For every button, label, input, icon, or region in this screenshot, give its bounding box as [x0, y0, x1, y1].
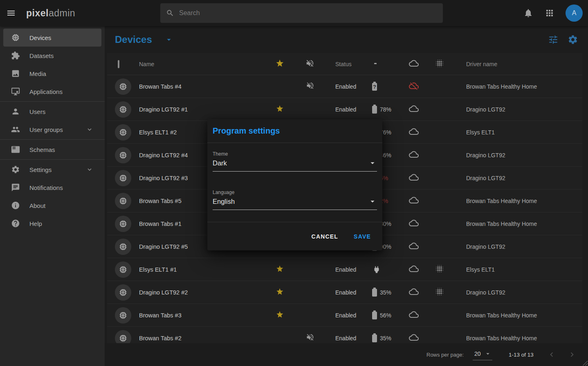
- chip-icon: [119, 128, 128, 137]
- favorite-column-star-icon: [275, 59, 284, 68]
- sidebar-item-label: Applications: [29, 88, 63, 95]
- info-icon: [11, 201, 20, 210]
- sidebar: DevicesDatasetsMediaApplicationsUsersUse…: [0, 26, 105, 366]
- chip-icon: [119, 265, 128, 274]
- sidebar-item-help[interactable]: Help: [3, 214, 101, 232]
- cloud-column-icon: [409, 58, 419, 68]
- favorite-star-icon[interactable]: [276, 288, 284, 296]
- chip-icon: [119, 242, 128, 251]
- chip-icon: [119, 219, 128, 228]
- rows-per-page-select[interactable]: 20: [473, 349, 492, 360]
- language-dropdown-icon: [368, 197, 377, 206]
- cloud-icon: [409, 150, 419, 159]
- filter-tune-icon[interactable]: [548, 34, 559, 45]
- page-title: Devices: [115, 34, 152, 45]
- driver-name: Browan Tabs Healthy Home: [453, 335, 582, 341]
- table-row[interactable]: Browan Tabs #3Enabled56%Browan Tabs Heal…: [107, 304, 582, 327]
- sidebar-item-schemas[interactable]: Schemas: [3, 141, 101, 158]
- device-avatar: [115, 307, 131, 324]
- people-icon: [11, 125, 20, 134]
- chip-icon: [119, 174, 128, 183]
- cloud-icon: [409, 172, 419, 182]
- driver-name: Browan Tabs Healthy Home: [453, 221, 582, 227]
- logo-bold: pixel: [26, 8, 49, 18]
- favorite-star-icon[interactable]: [276, 265, 284, 273]
- theme-label: Theme: [213, 151, 377, 157]
- sidebar-item-label: Users: [29, 108, 45, 115]
- chip-icon: [119, 82, 128, 91]
- sidebar-item-user-groups[interactable]: User groups: [3, 121, 101, 138]
- cloud-icon: [409, 264, 419, 274]
- device-name: Browan Tabs #4: [139, 83, 266, 90]
- cloud-icon: [409, 310, 419, 319]
- sidebar-item-applications[interactable]: Applications: [3, 83, 101, 100]
- sidebar-item-label: Help: [29, 220, 42, 227]
- cloud-icon: [409, 195, 419, 205]
- cloud-off-icon: [409, 81, 419, 91]
- sidebar-item-devices[interactable]: Devices: [3, 29, 101, 47]
- table-row[interactable]: Browan Tabs #2Enabled35%Browan Tabs Heal…: [107, 327, 582, 343]
- device-avatar: [115, 261, 131, 278]
- sidebar-item-datasets[interactable]: Datasets: [3, 47, 101, 65]
- topbar: pixeladmin A: [0, 0, 588, 26]
- battery-icon: [372, 289, 377, 297]
- cloud-icon: [409, 241, 419, 251]
- notifications-bell-icon[interactable]: [523, 8, 533, 18]
- chip-icon: [119, 311, 128, 320]
- device-name: Elsys ELT1 #1: [139, 266, 266, 273]
- favorite-star-icon[interactable]: [276, 105, 284, 113]
- memory-icon: [11, 33, 20, 42]
- sidebar-item-notifications[interactable]: Notifications: [3, 179, 101, 196]
- cloud-icon: [409, 287, 419, 297]
- user-avatar[interactable]: A: [566, 4, 583, 22]
- menu-icon[interactable]: [6, 8, 16, 18]
- sidebar-divider: [0, 159, 105, 160]
- apps-grid-icon[interactable]: [545, 8, 554, 18]
- cloud-icon: [409, 104, 419, 114]
- person-icon: [11, 107, 20, 116]
- device-name: Dragino LGT92 #2: [139, 289, 266, 296]
- sidebar-item-label: Settings: [29, 166, 52, 173]
- favorite-star-icon[interactable]: [276, 310, 284, 319]
- battery-percent: 78%: [380, 106, 391, 113]
- driver-name: Dragino LGT92: [453, 289, 582, 296]
- table-row[interactable]: Dragino LGT92 #1Enabled78%Dragino LGT92: [107, 98, 582, 121]
- battery-unknown-icon: [372, 83, 377, 91]
- status-text: Enabled: [326, 83, 362, 90]
- page-range-label: 1-13 of 13: [509, 352, 534, 358]
- search-bar[interactable]: [160, 3, 443, 23]
- driver-name: Dragino LGT92: [453, 175, 582, 181]
- page-title-dropdown-icon[interactable]: [164, 35, 173, 44]
- page-header: Devices: [105, 26, 588, 53]
- search-input[interactable]: [179, 9, 437, 17]
- previous-page-chevron-icon[interactable]: [547, 350, 556, 359]
- next-page-chevron-icon[interactable]: [568, 350, 577, 359]
- device-avatar: [115, 330, 131, 344]
- battery-icon: [372, 312, 377, 319]
- muted-volume-off-icon: [306, 333, 314, 341]
- theme-select[interactable]: Dark: [213, 158, 377, 172]
- device-name: Browan Tabs #3: [139, 312, 266, 319]
- help-icon: [11, 219, 20, 228]
- language-value: English: [213, 198, 235, 205]
- sidebar-item-media[interactable]: Media: [3, 65, 101, 83]
- grid-dots-icon: [435, 264, 444, 273]
- sidebar-item-settings[interactable]: Settings: [3, 161, 101, 179]
- sidebar-item-about[interactable]: About: [3, 196, 101, 214]
- device-avatar: [115, 193, 131, 209]
- dialog-header: Program settings: [207, 119, 382, 143]
- table-row[interactable]: Elsys ELT1 #1EnabledElsys ELT1: [107, 258, 582, 281]
- language-select[interactable]: English: [213, 197, 377, 210]
- cloud-icon: [409, 218, 419, 228]
- search-icon: [166, 9, 174, 17]
- schema-card-icon: [11, 145, 20, 154]
- settings-gear-icon[interactable]: [568, 34, 578, 45]
- sidebar-item-users[interactable]: Users: [3, 103, 101, 121]
- select-all-checkbox[interactable]: [118, 60, 119, 68]
- resize-grip[interactable]: [582, 360, 588, 366]
- rows-per-page-label: Rows per page:: [426, 352, 464, 358]
- table-row[interactable]: Browan Tabs #4EnabledBrowan Tabs Healthy…: [107, 75, 582, 98]
- table-row[interactable]: Dragino LGT92 #2Enabled35%Dragino LGT92: [107, 281, 582, 304]
- cancel-button[interactable]: CANCEL: [312, 233, 339, 240]
- save-button[interactable]: SAVE: [354, 233, 371, 240]
